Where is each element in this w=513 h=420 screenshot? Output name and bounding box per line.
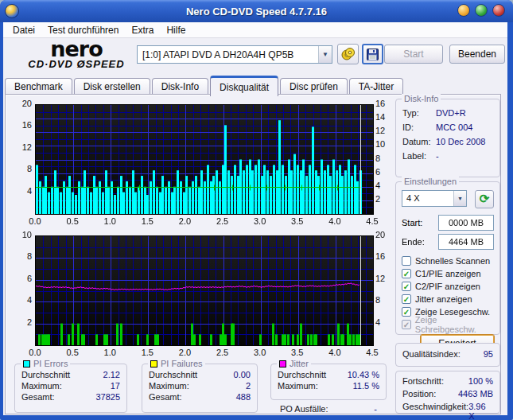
stat-label: Gesamt: [21, 392, 55, 402]
checkbox-icon[interactable]: ✓ [402, 269, 411, 278]
axis-tick-label: 8 [375, 154, 380, 163]
checkbox-icon[interactable] [402, 256, 411, 266]
axis-tick-label: 4.0 [325, 348, 345, 357]
end-field[interactable] [438, 234, 494, 250]
axis-tick-label: 6 [375, 167, 380, 177]
checkbox-c2-pif-anzeigen[interactable]: ✓C2/PIF anzeigen [402, 280, 499, 293]
axis-tick-label: 8 [375, 295, 380, 305]
axis-tick-label: 1.5 [137, 216, 157, 226]
axis-tick-label: 3.0 [250, 216, 270, 226]
axis-tick-label: 3.5 [287, 348, 308, 357]
stat-label: Maximum: [149, 381, 189, 391]
tab-disk-erstellen[interactable]: Disk erstellen [74, 78, 150, 95]
speed-select-value: 4 X [402, 191, 453, 206]
disk-info-label: ID: [402, 122, 414, 132]
axis-tick-label: 4.0 [325, 216, 345, 226]
disk-info-value: DVD+R [436, 108, 493, 118]
stats-title: Jitter [290, 359, 309, 368]
checkbox-icon[interactable]: ✓ [402, 282, 411, 291]
stat-value: 2.12 [103, 370, 120, 379]
checkbox-label: Schnelles Scannen [415, 256, 490, 266]
drive-select[interactable]: [1:0] ATAPI DVD A DH20A4H QP5B ▼ [137, 45, 332, 64]
checkbox-label: C1/PIE anzeigen [415, 269, 481, 278]
axis-tick-label: 4.5 [362, 348, 383, 357]
tab-benchmark[interactable]: Benchmark [5, 78, 72, 95]
disk-info-label: Label: [402, 151, 426, 161]
maximize-button[interactable] [475, 4, 488, 17]
stats-title: PI Errors [33, 359, 68, 368]
axis-tick-label: 1.5 [137, 348, 157, 357]
stat-label: Durchschnitt [278, 370, 326, 379]
checkbox-label: Zeige Schreibgeschw. [415, 315, 499, 334]
axis-tick-label: 4 [11, 295, 32, 305]
checkbox-icon: ✓ [402, 320, 411, 329]
checkbox-zeige-schreibgeschw-: ✓Zeige Schreibgeschw. [402, 318, 499, 331]
start-field-label: Start: [402, 218, 422, 228]
disk-info-label: Typ: [402, 108, 419, 118]
axis-tick-label: 4 [375, 181, 380, 190]
checkbox-icon[interactable]: ✓ [402, 307, 411, 317]
stat-value: 0.00 [234, 370, 251, 379]
disk-info-value: MCC 004 [436, 122, 493, 132]
eject-disc-button[interactable] [337, 44, 359, 64]
pi-failures-jitter-chart [35, 235, 374, 346]
settings-group: Einstellungen 4 X ▼ ⟳ Start: Ende: Schne… [395, 181, 500, 335]
stat-value: 2 [246, 381, 251, 391]
axis-tick-label: 12 [11, 142, 32, 152]
menu-item-extra[interactable]: Extra [125, 23, 160, 37]
chevron-down-icon[interactable]: ▼ [453, 191, 466, 206]
axis-tick-label: 16 [375, 251, 385, 261]
disk-info-group: Disk-Info Typ:DVD+RID:MCC 004Datum:10 De… [395, 99, 500, 177]
end-field-label: Ende: [402, 237, 425, 247]
axis-tick-label: 12 [375, 274, 385, 283]
disk-info-label: Datum: [402, 137, 430, 146]
chevron-down-icon[interactable]: ▼ [318, 46, 332, 63]
checkbox-label: C2/PIF anzeigen [415, 282, 480, 291]
tab-strip: BenchmarkDisk erstellenDisk-InfoDiskqual… [5, 77, 405, 95]
axis-tick-label: 12 [375, 126, 385, 135]
po-failures-label: PO Ausfälle: [280, 404, 328, 414]
save-button[interactable] [362, 44, 383, 64]
nero-logo-word: nero [21, 40, 132, 59]
tab-ta-jitter[interactable]: TA-Jitter [349, 78, 403, 95]
minimize-button[interactable] [457, 4, 470, 17]
stat-value: 10.43 % [348, 370, 379, 379]
axis-tick-label: 0.5 [62, 348, 83, 357]
tab-disk-info[interactable]: Disk-Info [152, 78, 208, 95]
speed-select[interactable]: 4 X ▼ [402, 190, 467, 207]
checkbox-icon[interactable]: ✓ [402, 294, 411, 304]
menu-item-test-durchf-hren[interactable]: Test durchführen [41, 23, 125, 37]
stat-value: 488 [236, 392, 251, 402]
window-title: Nero CD-DVD Speed 4.7.7.16 [0, 6, 513, 18]
progress-box: Fortschritt:100 %Position:4463 MBGeschwi… [395, 371, 500, 414]
axis-tick-label: 3.5 [287, 216, 308, 226]
axis-tick-label: 4 [11, 186, 32, 196]
disk-info-value: 10 Dec 2008 [436, 137, 493, 146]
tab-diskqualität[interactable]: Diskqualität [210, 76, 278, 96]
progress-value: 4463 MB [458, 389, 493, 399]
progress-value: 100 % [468, 376, 493, 386]
refresh-button[interactable]: ⟳ [475, 190, 494, 208]
stat-value: 17 [111, 381, 120, 391]
checkbox-c1-pie-anzeigen[interactable]: ✓C1/PIE anzeigen [402, 267, 499, 280]
stat-label: Gesamt: [149, 392, 182, 402]
nero-logo-subtitle: CD·DVD ØSPEED [21, 59, 132, 69]
axis-tick-label: 2.5 [212, 216, 233, 226]
menu-bar: DateiTest durchführenExtraHilfe [3, 22, 507, 38]
title-bar: Nero CD-DVD Speed 4.7.7.16 [0, 0, 513, 22]
axis-tick-label: 0.0 [25, 348, 45, 357]
checkbox-jitter-anzeigen[interactable]: ✓Jitter anzeigen [402, 293, 499, 305]
menu-item-datei[interactable]: Datei [6, 23, 41, 37]
checkbox-schnelles-scannen[interactable]: Schnelles Scannen [402, 255, 499, 267]
progress-label: Fortschritt: [402, 376, 444, 386]
disk-info-title: Disk-Info [404, 94, 438, 103]
axis-tick-label: 4 [375, 317, 380, 327]
tab-disc-prüfen[interactable]: Disc prüfen [280, 78, 348, 95]
close-button[interactable] [492, 4, 505, 17]
axis-tick-label: 6 [11, 274, 32, 283]
menu-item-hilfe[interactable]: Hilfe [160, 23, 192, 37]
start-button[interactable]: Start [384, 45, 443, 64]
start-field[interactable] [438, 215, 494, 231]
po-failures-value: - [374, 404, 377, 414]
quit-button[interactable]: Beenden [449, 45, 505, 64]
